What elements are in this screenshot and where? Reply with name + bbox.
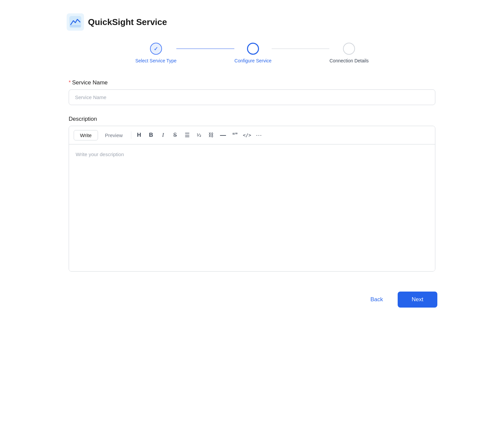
step-configure-service: Configure Service	[234, 43, 271, 63]
heading-button[interactable]: H	[133, 129, 145, 141]
step-3-circle	[343, 43, 355, 55]
stepper: ✓ Select Service Type Configure Service	[67, 43, 437, 63]
description-label: Description	[69, 116, 435, 122]
step-connection-details: Connection Details	[329, 43, 369, 63]
write-tab[interactable]: Write	[74, 130, 98, 140]
header: QuickSight Service	[67, 13, 437, 31]
bold-button[interactable]: B	[145, 129, 157, 141]
italic-button[interactable]: I	[157, 129, 169, 141]
description-placeholder: Write your description	[76, 151, 124, 157]
quote-button[interactable]: “”	[229, 129, 241, 141]
svg-rect-1	[70, 25, 81, 27]
connector-1	[176, 48, 234, 49]
step-2-label: Configure Service	[234, 58, 271, 63]
description-label-text: Description	[69, 116, 97, 122]
form-section: * Service Name Description Write Preview…	[69, 79, 435, 272]
back-button[interactable]: Back	[362, 292, 391, 307]
description-editor-body[interactable]: Write your description	[69, 144, 435, 271]
step-1-circle: ✓	[150, 43, 162, 55]
step-2-circle	[247, 43, 259, 55]
service-name-label: * Service Name	[69, 79, 435, 86]
app-title: QuickSight Service	[88, 17, 167, 27]
next-button[interactable]: Next	[398, 292, 437, 308]
toolbar-sep-1	[131, 131, 131, 139]
service-name-input[interactable]	[69, 89, 435, 105]
app-logo	[67, 13, 84, 31]
horizontal-rule-button[interactable]: —	[217, 129, 229, 141]
service-name-label-text: Service Name	[72, 79, 108, 86]
required-indicator: *	[69, 80, 71, 86]
step-1-label: Select Service Type	[135, 58, 176, 63]
code-button[interactable]: </>	[241, 129, 253, 141]
connector-2	[272, 48, 330, 49]
editor-toolbar: Write Preview H B I S ☰ ¹⁄₂ ⛓ — “” </> ·…	[69, 126, 435, 144]
ordered-list-button[interactable]: ¹⁄₂	[193, 129, 205, 141]
link-button[interactable]: ⛓	[205, 129, 217, 141]
preview-tab[interactable]: Preview	[99, 130, 129, 140]
step-3-label: Connection Details	[329, 58, 369, 63]
description-editor: Write Preview H B I S ☰ ¹⁄₂ ⛓ — “” </> ·…	[69, 126, 435, 272]
step-select-service-type: ✓ Select Service Type	[135, 43, 176, 63]
service-name-field-group: * Service Name	[69, 79, 435, 105]
footer-actions: Back Next	[67, 285, 437, 308]
bullet-list-button[interactable]: ☰	[181, 129, 193, 141]
page-container: QuickSight Service ✓ Select Service Type…	[0, 0, 504, 445]
description-field-group: Description Write Preview H B I S ☰ ¹⁄₂ …	[69, 116, 435, 272]
more-button[interactable]: ···	[253, 129, 265, 141]
strikethrough-button[interactable]: S	[169, 129, 181, 141]
